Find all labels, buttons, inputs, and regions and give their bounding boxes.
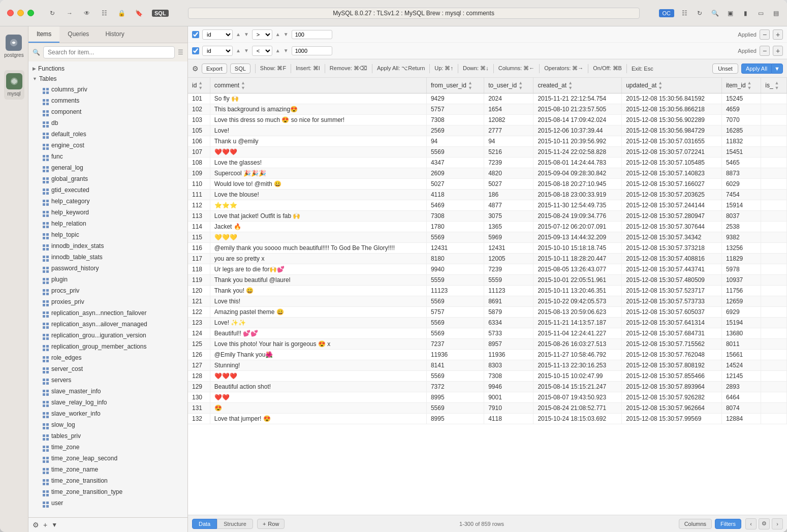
gear-icon[interactable]: ⚙ xyxy=(33,521,39,529)
table-row[interactable]: 126@Emily Thank you🌺11936119362015-11-27… xyxy=(188,350,787,360)
filter-1-operator[interactable]: < > = xyxy=(252,46,272,56)
table-item-procs-priv[interactable]: procs_priv xyxy=(28,285,187,296)
table-item-slow-log[interactable]: slow_log xyxy=(28,419,187,430)
table-item-replication-grou---iguration-version[interactable]: replication_grou...iguration_version xyxy=(28,330,187,341)
tab-queries[interactable]: Queries xyxy=(59,26,97,43)
table-item-replication-group-member-actions[interactable]: replication_group_member_actions xyxy=(28,341,187,352)
table-item-general-log[interactable]: general_log xyxy=(28,162,187,173)
table-row[interactable]: 123Love! ✨✨556963342015-11-21 14:13:57.1… xyxy=(188,318,787,328)
panel-icon[interactable]: ▭ xyxy=(757,9,765,17)
add-row-button[interactable]: + + Row Row xyxy=(257,519,285,529)
table-item-innodb-table-stats[interactable]: innodb_table_stats xyxy=(28,252,187,263)
table-row[interactable]: 110Would love to! @mith 😀502750272015-08… xyxy=(188,179,787,190)
table-item-func[interactable]: func xyxy=(28,151,187,162)
table-row[interactable]: 114Jacket 🔥178013652015-07-12 06:20:07.0… xyxy=(188,222,787,232)
sidebar-toggle-icon[interactable]: ▮ xyxy=(741,9,749,17)
filter-1-op-down[interactable]: ▼ xyxy=(284,48,289,53)
filter-1-checkbox[interactable] xyxy=(192,47,199,54)
minimize-button[interactable] xyxy=(17,10,24,16)
refresh-icon[interactable]: ↻ xyxy=(696,9,704,17)
table-row[interactable]: 125Love this photo! Your hair is gorgeou… xyxy=(188,339,787,350)
lock-icon[interactable]: 🔒 xyxy=(117,9,125,17)
table-row[interactable]: 120Thank you! 😄11123111232015-10-11 13:2… xyxy=(188,286,787,296)
table-item-gtid-executed[interactable]: gtid_executed xyxy=(28,184,187,196)
table-item-help-category[interactable]: help_category xyxy=(28,196,187,207)
filter-icon[interactable]: ☰ xyxy=(178,49,183,56)
table-item-time-zone-transition-type[interactable]: time_zone_transition_type xyxy=(28,486,187,497)
table-row[interactable]: 124Beautiful!! 💕💕556957332015-11-04 12:2… xyxy=(188,328,787,339)
table-item-role-edges[interactable]: role_edges xyxy=(28,352,187,363)
filter-0-value[interactable] xyxy=(292,30,332,39)
table-item-replication-asyn---nnection-failover[interactable]: replication_asyn...nnection_failover xyxy=(28,307,187,319)
settings-bottom-button[interactable]: ⚙ xyxy=(759,518,770,529)
chart-icon[interactable]: ☷ xyxy=(680,9,688,17)
table-row[interactable]: 112⭐⭐⭐546948772015-11-30 12:54:49.735201… xyxy=(188,200,787,211)
tab-items[interactable]: Items xyxy=(28,26,59,43)
bookmark-icon[interactable]: 🔖 xyxy=(135,9,143,17)
table-row[interactable]: 106Thank u @emily94942015-10-11 20:39:56… xyxy=(188,136,787,147)
table-row[interactable]: 122Amazing pastel theme 😀575758792015-08… xyxy=(188,307,787,318)
table-item-component[interactable]: component xyxy=(28,106,187,117)
table-row[interactable]: 132Love that jumper! 😍899541182015-10-24… xyxy=(188,414,787,424)
table-item-replication-asyn---ailover-managed[interactable]: replication_asyn...ailover_managed xyxy=(28,319,187,330)
table-item-plugin[interactable]: plugin xyxy=(28,274,187,285)
filter-1-field[interactable]: id xyxy=(202,46,233,56)
table-row[interactable]: 118Ur legs are to die for🙌💕994072392015-… xyxy=(188,264,787,275)
postgres-db-item[interactable]: postgres xyxy=(2,32,25,61)
table-item-user[interactable]: user xyxy=(28,497,187,509)
unset-button[interactable]: Unset xyxy=(712,64,738,74)
table-item-time-zone-name[interactable]: time_zone_name xyxy=(28,464,187,475)
forward-icon[interactable]: → xyxy=(66,9,74,17)
table-row[interactable]: 117you are so pretty x8180120052015-10-1… xyxy=(188,254,787,264)
col-to-user-id[interactable]: to_user_id ▲▼ xyxy=(484,78,533,93)
table-row[interactable]: 105Love!256927772015-12-06 10:37:39.4420… xyxy=(188,126,787,136)
split-icon[interactable]: ▤ xyxy=(772,9,780,17)
filter-0-add-button[interactable]: + xyxy=(773,29,783,40)
table-row[interactable]: 119Thank you beautiful @laurel5559555920… xyxy=(188,275,787,286)
table-item-servers[interactable]: servers xyxy=(28,374,187,386)
table-row[interactable]: 109Supercool 🎉🎉🎉260948202015-09-04 09:28… xyxy=(188,168,787,179)
back-icon[interactable]: ↻ xyxy=(48,9,56,17)
table-item-db[interactable]: db xyxy=(28,117,187,129)
tab-data[interactable]: Data xyxy=(192,519,217,529)
table-row[interactable]: 127Stunning!814183032015-11-13 22:30:16.… xyxy=(188,360,787,371)
table-item-password-history[interactable]: password_history xyxy=(28,263,187,274)
table-item-proxies-priv[interactable]: proxies_priv xyxy=(28,296,187,307)
col-is[interactable]: is_ ▲▼ xyxy=(761,78,787,93)
functions-header[interactable]: ▶ Functions xyxy=(28,64,187,74)
sql-button[interactable]: SQL xyxy=(230,64,250,74)
col-comment[interactable]: comment ▲▼ xyxy=(210,78,426,93)
table-item-comments[interactable]: comments xyxy=(28,95,187,106)
filter-1-down-arrow[interactable]: ▼ xyxy=(244,48,249,53)
table-item-server-cost[interactable]: server_cost xyxy=(28,363,187,374)
table-row[interactable]: 101So fly 🙌942920242015-11-21 22:12:54.7… xyxy=(188,93,787,104)
table-row[interactable]: 128❤️❤️❤️556973082015-10-15 10:02:47.992… xyxy=(188,371,787,382)
table-row[interactable]: 129Beautiful action shot!737299462015-08… xyxy=(188,382,787,392)
filters-button[interactable]: Filters xyxy=(715,519,741,529)
table-item-columns-priv[interactable]: columns_priv xyxy=(28,84,187,95)
filter-1-add-button[interactable]: + xyxy=(773,46,783,56)
col-id[interactable]: id ▲▼ xyxy=(188,78,210,93)
tab-history[interactable]: History xyxy=(97,26,132,43)
add-icon[interactable]: + xyxy=(43,521,47,529)
expand-icon[interactable]: ▼ xyxy=(51,521,57,528)
table-item-time-zone[interactable]: time_zone xyxy=(28,442,187,453)
table-row[interactable]: 107❤️❤️❤️556952162015-11-24 22:02:58.828… xyxy=(188,147,787,158)
table-row[interactable]: 103Love this dress so much 😍 so nice for… xyxy=(188,115,787,126)
table-item-help-relation[interactable]: help_relation xyxy=(28,218,187,229)
filter-0-operator[interactable]: > < = xyxy=(252,29,272,40)
filter-1-up-arrow[interactable]: ▲ xyxy=(236,48,241,53)
filter-0-down-arrow[interactable]: ▼ xyxy=(244,32,249,37)
grid-icon[interactable]: ☷ xyxy=(100,9,108,17)
col-item-id[interactable]: item_id ▲▼ xyxy=(721,78,761,93)
table-item-slave-relay-log-info[interactable]: slave_relay_log_info xyxy=(28,397,187,408)
mysql-db-item[interactable]: mysql xyxy=(4,70,24,100)
col-created-at[interactable]: created_at ▲▼ xyxy=(533,78,622,93)
table-row[interactable]: 108Love the glasses!434772392015-08-01 1… xyxy=(188,158,787,168)
table-item-default-roles[interactable]: default_roles xyxy=(28,129,187,140)
filter-1-remove-button[interactable]: − xyxy=(760,46,770,56)
tab-structure[interactable]: Structure xyxy=(217,519,253,529)
columns-button[interactable]: Columns xyxy=(679,519,712,529)
filter-0-up-arrow[interactable]: ▲ xyxy=(236,32,241,37)
search-input[interactable] xyxy=(43,46,175,58)
